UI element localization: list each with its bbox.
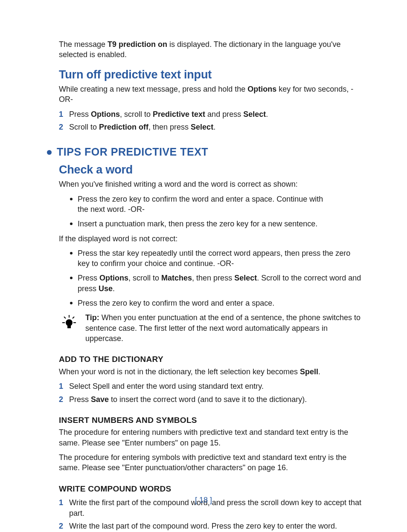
intro-paragraph: The message T9 prediction on is displaye… [59, 39, 364, 60]
svg-rect-1 [68, 326, 70, 328]
list-item: Press the zero key to confirm the word a… [59, 194, 364, 215]
list-item: Insert a punctuation mark, then press th… [59, 219, 364, 229]
heading-check-word: Check a word [59, 162, 364, 177]
list-item: Press the zero key to confirm the word a… [59, 298, 364, 308]
tip-box: Tip: When you enter punctuation at the e… [61, 312, 364, 344]
step-number: 2 [59, 394, 65, 405]
list-item: 1 Press Options, scroll to Predictive te… [59, 109, 364, 119]
step-number: 2 [59, 521, 65, 531]
page-number: [ 18 ] [0, 496, 407, 505]
add-dict-paragraph: When your word is not in the dictionary,… [59, 367, 364, 377]
list-item: 2 Press Save to insert the correct word … [59, 394, 364, 405]
insert-p1: The procedure for entering numbers with … [59, 427, 364, 448]
list-item: 1Select Spell and enter the word using s… [59, 381, 364, 391]
bullet-icon [47, 150, 52, 155]
page-content: The message T9 prediction on is displaye… [0, 0, 407, 531]
step-number: 1 [59, 109, 65, 119]
heading-insert-numbers: INSERT NUMBERS AND SYMBOLS [59, 415, 364, 426]
check-bullets-correct: Press the zero key to confirm the word a… [59, 194, 364, 229]
heading-turn-off: Turn off predictive text input [59, 67, 364, 82]
bullet-icon [70, 252, 73, 254]
heading-add-dictionary: ADD TO THE DICTIONARY [59, 354, 364, 365]
step-number: 1 [59, 381, 65, 391]
bullet-icon [70, 277, 73, 279]
step-number: 2 [59, 122, 65, 132]
check-bullets-incorrect: Press the star key repeatedly until the … [59, 248, 364, 308]
tip-text: Tip: When you enter punctuation at the e… [85, 312, 364, 344]
svg-line-3 [64, 317, 66, 318]
svg-line-4 [73, 317, 74, 318]
list-item: 2Write the last part of the compound wor… [59, 521, 364, 531]
list-item: 2 Scroll to Prediction off, then press S… [59, 122, 364, 132]
check-intro: When you've finished writing a word and … [59, 179, 364, 189]
add-dict-steps: 1Select Spell and enter the word using s… [59, 381, 364, 405]
heading-tips: TIPS FOR PREDICTIVE TEXT [47, 145, 364, 159]
svg-point-0 [66, 320, 72, 326]
heading-compound: WRITE COMPOUND WORDS [59, 483, 364, 494]
turn-off-steps: 1 Press Options, scroll to Predictive te… [59, 109, 364, 133]
turn-off-paragraph: While creating a new text message, press… [59, 84, 364, 105]
list-item: Press Options, scroll to Matches, then p… [59, 273, 364, 294]
check-intro2: If the displayed word is not correct: [59, 234, 364, 244]
bullet-icon [70, 223, 73, 225]
list-item: Press the star key repeatedly until the … [59, 248, 364, 269]
lightbulb-icon [61, 313, 78, 330]
bullet-icon [70, 198, 73, 200]
bullet-icon [70, 302, 73, 304]
insert-p2: The procedure for entering symbols with … [59, 452, 364, 473]
